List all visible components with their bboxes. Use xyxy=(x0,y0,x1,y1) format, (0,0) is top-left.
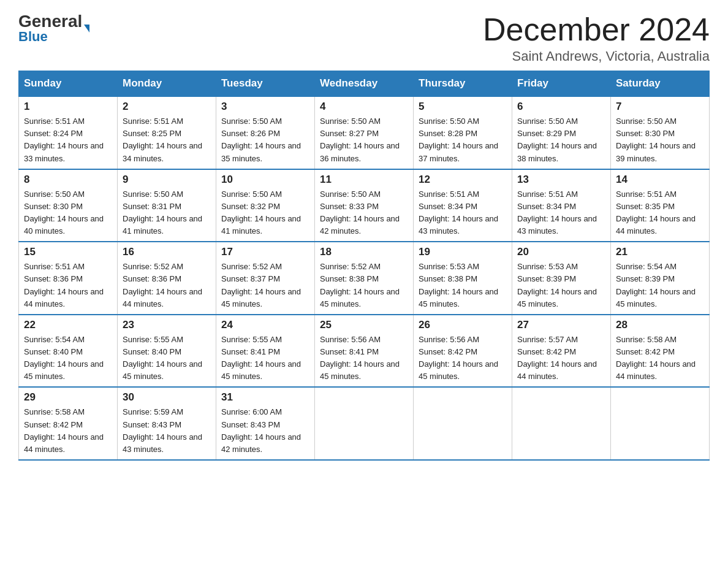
day-number: 7 xyxy=(616,101,704,113)
day-info: Sunrise: 5:52 AMSunset: 8:38 PMDaylight:… xyxy=(320,261,408,310)
calendar-cell: 15 Sunrise: 5:51 AMSunset: 8:36 PMDaylig… xyxy=(19,242,118,315)
day-number: 13 xyxy=(517,174,605,186)
day-number: 15 xyxy=(24,246,112,258)
day-number: 28 xyxy=(616,319,704,331)
calendar-cell: 5 Sunrise: 5:50 AMSunset: 8:28 PMDayligh… xyxy=(414,96,512,169)
day-info: Sunrise: 5:56 AMSunset: 8:41 PMDaylight:… xyxy=(320,334,408,383)
calendar-cell: 21 Sunrise: 5:54 AMSunset: 8:39 PMDaylig… xyxy=(611,242,710,315)
day-number: 27 xyxy=(517,319,605,331)
calendar-cell: 29 Sunrise: 5:58 AMSunset: 8:42 PMDaylig… xyxy=(19,387,118,460)
calendar-cell: 17 Sunrise: 5:52 AMSunset: 8:37 PMDaylig… xyxy=(216,242,315,315)
calendar-cell: 4 Sunrise: 5:50 AMSunset: 8:27 PMDayligh… xyxy=(315,96,414,169)
day-info: Sunrise: 5:54 AMSunset: 8:40 PMDaylight:… xyxy=(24,334,112,383)
day-number: 5 xyxy=(419,101,507,113)
column-header-saturday: Saturday xyxy=(611,71,710,97)
calendar-cell: 13 Sunrise: 5:51 AMSunset: 8:34 PMDaylig… xyxy=(512,169,611,242)
day-info: Sunrise: 5:55 AMSunset: 8:40 PMDaylight:… xyxy=(123,334,211,383)
day-number: 23 xyxy=(123,319,211,331)
day-info: Sunrise: 5:58 AMSunset: 8:42 PMDaylight:… xyxy=(24,406,112,456)
day-info: Sunrise: 5:50 AMSunset: 8:33 PMDaylight:… xyxy=(320,188,408,238)
calendar-cell: 12 Sunrise: 5:51 AMSunset: 8:34 PMDaylig… xyxy=(414,169,512,242)
day-number: 16 xyxy=(123,246,211,258)
day-info: Sunrise: 5:53 AMSunset: 8:38 PMDaylight:… xyxy=(419,261,507,310)
day-info: Sunrise: 5:50 AMSunset: 8:30 PMDaylight:… xyxy=(24,188,112,238)
day-info: Sunrise: 5:51 AMSunset: 8:34 PMDaylight:… xyxy=(517,188,605,238)
day-info: Sunrise: 5:50 AMSunset: 8:31 PMDaylight:… xyxy=(123,188,211,238)
calendar-cell: 1 Sunrise: 5:51 AMSunset: 8:24 PMDayligh… xyxy=(19,96,118,169)
column-header-sunday: Sunday xyxy=(19,71,118,97)
day-info: Sunrise: 5:51 AMSunset: 8:24 PMDaylight:… xyxy=(24,115,112,165)
day-number: 4 xyxy=(320,101,408,113)
calendar-cell: 7 Sunrise: 5:50 AMSunset: 8:30 PMDayligh… xyxy=(611,96,710,169)
calendar-cell: 30 Sunrise: 5:59 AMSunset: 8:43 PMDaylig… xyxy=(118,387,216,460)
calendar-cell: 26 Sunrise: 5:56 AMSunset: 8:42 PMDaylig… xyxy=(414,315,512,388)
day-info: Sunrise: 5:56 AMSunset: 8:42 PMDaylight:… xyxy=(419,334,507,383)
day-number: 14 xyxy=(616,174,704,186)
day-number: 17 xyxy=(221,246,309,258)
day-info: Sunrise: 5:50 AMSunset: 8:27 PMDaylight:… xyxy=(320,115,408,165)
calendar-cell xyxy=(315,387,414,460)
logo: General Blue xyxy=(18,12,89,45)
calendar-cell: 28 Sunrise: 5:58 AMSunset: 8:42 PMDaylig… xyxy=(611,315,710,388)
calendar-cell xyxy=(414,387,512,460)
calendar-cell: 10 Sunrise: 5:50 AMSunset: 8:32 PMDaylig… xyxy=(216,169,315,242)
day-info: Sunrise: 5:59 AMSunset: 8:43 PMDaylight:… xyxy=(123,406,211,456)
page-header: General Blue December 2024 Saint Andrews… xyxy=(18,12,710,64)
day-number: 26 xyxy=(419,319,507,331)
day-info: Sunrise: 6:00 AMSunset: 8:43 PMDaylight:… xyxy=(221,406,309,456)
calendar-week-row: 8 Sunrise: 5:50 AMSunset: 8:30 PMDayligh… xyxy=(19,169,710,242)
day-number: 25 xyxy=(320,319,408,331)
day-number: 11 xyxy=(320,174,408,186)
day-number: 10 xyxy=(221,174,309,186)
day-info: Sunrise: 5:50 AMSunset: 8:29 PMDaylight:… xyxy=(517,115,605,165)
calendar-cell: 16 Sunrise: 5:52 AMSunset: 8:36 PMDaylig… xyxy=(118,242,216,315)
day-info: Sunrise: 5:50 AMSunset: 8:28 PMDaylight:… xyxy=(419,115,507,165)
calendar-cell xyxy=(512,387,611,460)
month-year-title: December 2024 xyxy=(483,12,710,47)
calendar-table: SundayMondayTuesdayWednesdayThursdayFrid… xyxy=(18,71,710,461)
day-info: Sunrise: 5:58 AMSunset: 8:42 PMDaylight:… xyxy=(616,334,704,383)
day-info: Sunrise: 5:53 AMSunset: 8:39 PMDaylight:… xyxy=(517,261,605,310)
day-info: Sunrise: 5:51 AMSunset: 8:25 PMDaylight:… xyxy=(123,115,211,165)
calendar-week-row: 29 Sunrise: 5:58 AMSunset: 8:42 PMDaylig… xyxy=(19,387,710,460)
day-info: Sunrise: 5:52 AMSunset: 8:36 PMDaylight:… xyxy=(123,261,211,310)
day-number: 9 xyxy=(123,174,211,186)
calendar-week-row: 15 Sunrise: 5:51 AMSunset: 8:36 PMDaylig… xyxy=(19,242,710,315)
calendar-cell: 31 Sunrise: 6:00 AMSunset: 8:43 PMDaylig… xyxy=(216,387,315,460)
day-number: 1 xyxy=(24,101,112,113)
calendar-cell: 24 Sunrise: 5:55 AMSunset: 8:41 PMDaylig… xyxy=(216,315,315,388)
day-info: Sunrise: 5:51 AMSunset: 8:35 PMDaylight:… xyxy=(616,188,704,238)
day-number: 22 xyxy=(24,319,112,331)
day-info: Sunrise: 5:50 AMSunset: 8:26 PMDaylight:… xyxy=(221,115,309,165)
column-header-thursday: Thursday xyxy=(414,71,512,97)
calendar-cell: 22 Sunrise: 5:54 AMSunset: 8:40 PMDaylig… xyxy=(19,315,118,388)
calendar-cell: 20 Sunrise: 5:53 AMSunset: 8:39 PMDaylig… xyxy=(512,242,611,315)
calendar-cell: 9 Sunrise: 5:50 AMSunset: 8:31 PMDayligh… xyxy=(118,169,216,242)
day-number: 8 xyxy=(24,174,112,186)
calendar-week-row: 1 Sunrise: 5:51 AMSunset: 8:24 PMDayligh… xyxy=(19,96,710,169)
location-subtitle: Saint Andrews, Victoria, Australia xyxy=(483,48,710,64)
calendar-week-row: 22 Sunrise: 5:54 AMSunset: 8:40 PMDaylig… xyxy=(19,315,710,388)
calendar-cell: 18 Sunrise: 5:52 AMSunset: 8:38 PMDaylig… xyxy=(315,242,414,315)
column-header-wednesday: Wednesday xyxy=(315,71,414,97)
calendar-cell: 3 Sunrise: 5:50 AMSunset: 8:26 PMDayligh… xyxy=(216,96,315,169)
day-info: Sunrise: 5:51 AMSunset: 8:36 PMDaylight:… xyxy=(24,261,112,310)
day-info: Sunrise: 5:51 AMSunset: 8:34 PMDaylight:… xyxy=(419,188,507,238)
calendar-cell: 23 Sunrise: 5:55 AMSunset: 8:40 PMDaylig… xyxy=(118,315,216,388)
calendar-cell: 19 Sunrise: 5:53 AMSunset: 8:38 PMDaylig… xyxy=(414,242,512,315)
day-number: 2 xyxy=(123,101,211,113)
day-info: Sunrise: 5:57 AMSunset: 8:42 PMDaylight:… xyxy=(517,334,605,383)
day-number: 6 xyxy=(517,101,605,113)
title-area: December 2024 Saint Andrews, Victoria, A… xyxy=(483,12,710,64)
day-info: Sunrise: 5:54 AMSunset: 8:39 PMDaylight:… xyxy=(616,261,704,310)
calendar-cell: 11 Sunrise: 5:50 AMSunset: 8:33 PMDaylig… xyxy=(315,169,414,242)
column-header-monday: Monday xyxy=(118,71,216,97)
calendar-cell: 25 Sunrise: 5:56 AMSunset: 8:41 PMDaylig… xyxy=(315,315,414,388)
calendar-cell xyxy=(611,387,710,460)
day-number: 31 xyxy=(221,391,309,404)
calendar-cell: 2 Sunrise: 5:51 AMSunset: 8:25 PMDayligh… xyxy=(118,96,216,169)
calendar-header-row: SundayMondayTuesdayWednesdayThursdayFrid… xyxy=(19,71,710,97)
logo-blue: Blue xyxy=(18,29,48,45)
calendar-cell: 27 Sunrise: 5:57 AMSunset: 8:42 PMDaylig… xyxy=(512,315,611,388)
calendar-cell: 14 Sunrise: 5:51 AMSunset: 8:35 PMDaylig… xyxy=(611,169,710,242)
